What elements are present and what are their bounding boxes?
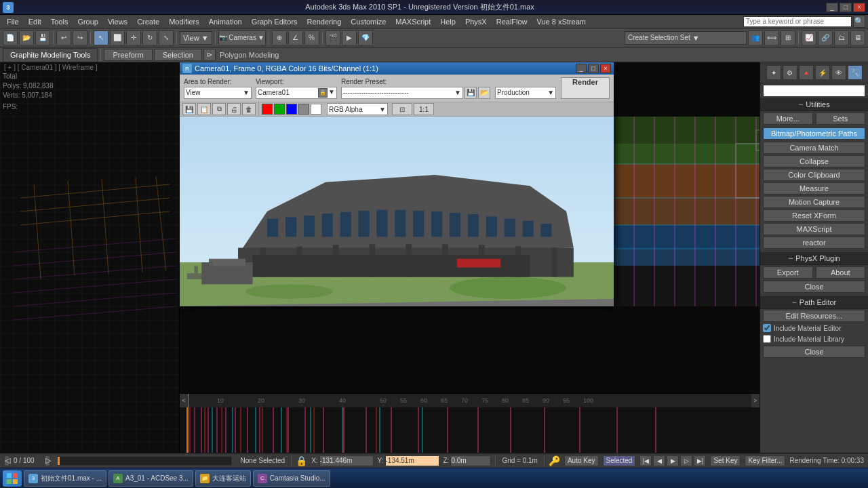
mono-channel[interactable]: [311, 104, 321, 115]
menu-help[interactable]: Help: [436, 16, 460, 28]
undo-button[interactable]: ↩: [56, 30, 71, 45]
prev-frame-btn[interactable]: ◁: [4, 455, 9, 466]
display-icon-btn[interactable]: 👁: [831, 65, 846, 80]
about-btn[interactable]: About: [816, 266, 866, 279]
move-button[interactable]: ✛: [126, 30, 141, 45]
preset-save-btn[interactable]: 💾: [465, 87, 477, 99]
taskbar-acdsee[interactable]: A A3_01 - ACDSee 3...: [108, 470, 193, 487]
render-win-close[interactable]: ×: [600, 64, 611, 73]
green-channel[interactable]: [274, 104, 285, 115]
area-render-dropdown[interactable]: View▼: [184, 87, 252, 99]
graphite-tab[interactable]: Graphite Modeling Tools: [3, 48, 98, 62]
viewport-dropdown[interactable]: Camera01 🔒 ▼: [256, 87, 337, 99]
next-frame-btn[interactable]: ▷: [45, 455, 50, 466]
menu-create[interactable]: Create: [133, 16, 163, 28]
rotate-button[interactable]: ↻: [142, 30, 157, 45]
render-scene[interactable]: 🖥: [850, 30, 865, 45]
close-button[interactable]: ×: [853, 3, 865, 12]
menu-graph-editors[interactable]: Graph Editors: [248, 16, 302, 28]
play-btn[interactable]: ▶: [667, 455, 679, 466]
utilities-icon-btn[interactable]: 🔧: [848, 65, 863, 80]
rt-print-btn[interactable]: 🖨: [227, 103, 241, 115]
prev-frame-ctrl-btn[interactable]: ◀: [653, 455, 665, 466]
color-mode-dropdown[interactable]: RGB Alpha▼: [327, 103, 388, 115]
taskbar-folder[interactable]: 📁 大连客运站: [195, 470, 251, 487]
selected-btn[interactable]: Selected: [603, 455, 636, 466]
key-icon[interactable]: 🔑: [549, 455, 560, 466]
open-button[interactable]: 📂: [19, 30, 34, 45]
menu-customize[interactable]: Customize: [347, 16, 390, 28]
color-clipboard-btn[interactable]: Color Clipboard: [763, 169, 865, 181]
render-setup[interactable]: 🎬: [326, 30, 340, 45]
red-channel[interactable]: [262, 104, 273, 115]
path-editor-close-btn[interactable]: Close: [763, 346, 865, 358]
create-icon-btn[interactable]: ✦: [766, 65, 781, 80]
toggle-icon[interactable]: ⊳: [203, 49, 216, 61]
sets-btn[interactable]: Sets: [816, 113, 866, 125]
lock-icon[interactable]: 🔒: [296, 455, 307, 466]
taskbar-3dsmax[interactable]: 3 初始文件01.max - ...: [24, 470, 106, 487]
mirror-button[interactable]: ⟺: [764, 30, 779, 45]
menu-maxscript[interactable]: MAXScript: [391, 16, 435, 28]
timeline-next-key[interactable]: >: [751, 394, 760, 407]
left-viewport[interactable]: [ + ] [ Camera01 ] [ Wireframe ] Total P…: [0, 62, 180, 453]
select-button[interactable]: ↖: [94, 30, 108, 45]
help-search[interactable]: [743, 16, 852, 27]
set-key-btn[interactable]: Set Key: [710, 455, 741, 466]
menu-tools[interactable]: Tools: [47, 16, 73, 28]
x-coord-input[interactable]: [319, 455, 374, 466]
selection-button[interactable]: Selection: [154, 49, 202, 61]
cameras-dropdown[interactable]: 📷 Cameras ▼: [218, 30, 266, 45]
production-dropdown[interactable]: Production▼: [495, 87, 556, 99]
hierarchy-icon-btn[interactable]: 🔺: [799, 65, 814, 80]
snap-toggle[interactable]: ⊕: [272, 30, 287, 45]
minimize-button[interactable]: _: [826, 3, 838, 12]
schematic-view[interactable]: 🔗: [818, 30, 833, 45]
new-scene-button[interactable]: 📄: [3, 30, 18, 45]
y-coord-input[interactable]: [385, 455, 439, 466]
rt-delete-btn[interactable]: 🗑: [242, 103, 256, 115]
rt-fit-btn[interactable]: ⊡: [392, 103, 412, 115]
material-editor[interactable]: 💎: [358, 30, 373, 45]
track-view[interactable]: 📈: [802, 30, 816, 45]
include-mat-editor-checkbox[interactable]: [763, 324, 771, 332]
maximize-button[interactable]: □: [840, 3, 852, 12]
rt-save-btn[interactable]: 💾: [182, 103, 196, 115]
path-editor-collapse-btn[interactable]: −: [792, 298, 797, 307]
start-button[interactable]: [3, 470, 22, 487]
render-win-minimize[interactable]: _: [576, 64, 587, 73]
search-icon[interactable]: 🔍: [853, 16, 865, 28]
menu-file[interactable]: File: [3, 16, 23, 28]
export-btn[interactable]: Export: [763, 266, 813, 279]
menu-edit[interactable]: Edit: [24, 16, 45, 28]
play-start-btn[interactable]: |◀: [639, 455, 652, 466]
reset-xform-btn[interactable]: Reset XForm: [763, 209, 865, 222]
motion-capture-btn[interactable]: Motion Capture: [763, 196, 865, 208]
timeline-prev-key[interactable]: <: [180, 394, 188, 407]
menu-group[interactable]: Group: [73, 16, 102, 28]
play-selected-btn[interactable]: ▷: [680, 455, 692, 466]
render-win-maximize[interactable]: □: [588, 64, 599, 73]
key-filter-btn[interactable]: Key Filter...: [745, 455, 785, 466]
physx-collapse-btn[interactable]: −: [788, 253, 793, 263]
align-button[interactable]: ⊞: [781, 30, 795, 45]
alpha-channel[interactable]: [298, 104, 309, 115]
preset-load-btn[interactable]: 📂: [478, 87, 490, 99]
menu-views[interactable]: Views: [104, 16, 132, 28]
redo-button[interactable]: ↪: [73, 30, 87, 45]
utilities-collapse-btn[interactable]: −: [798, 100, 803, 109]
modify-icon-btn[interactable]: ⚙: [783, 65, 797, 80]
scale-button[interactable]: ⤡: [159, 30, 174, 45]
select-region-button[interactable]: ⬜: [110, 30, 125, 45]
include-mat-library-checkbox[interactable]: [763, 335, 771, 343]
menu-vue[interactable]: Vue 8 xStream: [533, 16, 590, 28]
rt-copy-btn[interactable]: 📋: [197, 103, 211, 115]
taskbar-camtasia[interactable]: C Camtasia Studio...: [253, 470, 330, 487]
motion-icon-btn[interactable]: ⚡: [815, 65, 830, 80]
reactor-btn[interactable]: reactor: [763, 237, 865, 249]
menu-rendering[interactable]: Rendering: [303, 16, 346, 28]
measure-btn[interactable]: Measure: [763, 182, 865, 195]
save-button[interactable]: 💾: [35, 30, 50, 45]
menu-modifiers[interactable]: Modifiers: [165, 16, 203, 28]
next-frame-ctrl-btn[interactable]: ▶|: [694, 455, 706, 466]
